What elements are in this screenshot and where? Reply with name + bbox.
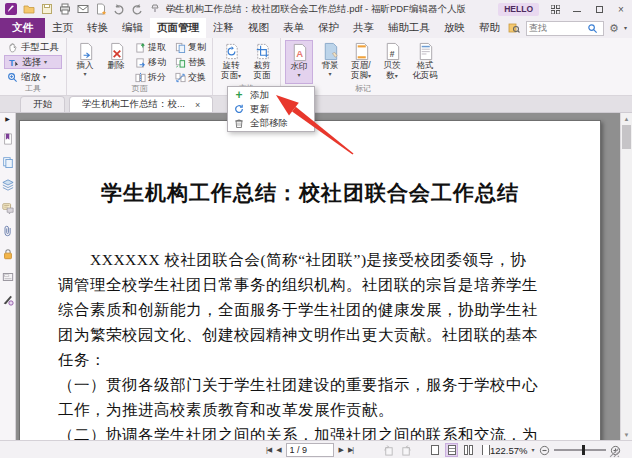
app-logo-icon[interactable]: [4, 2, 18, 16]
navigation-panel-bar: ▶: [0, 113, 16, 440]
header-footer-button[interactable]: 页眉/ 页脚▾: [347, 40, 375, 84]
undo-button[interactable]: [112, 2, 126, 16]
save-button[interactable]: [40, 2, 54, 16]
background-button[interactable]: 背景 ▾: [316, 40, 344, 84]
swap-button[interactable]: 交换: [173, 70, 208, 84]
tab-help[interactable]: 帮助: [472, 18, 507, 38]
rotate-left-button[interactable]: [383, 445, 394, 456]
watermark-button[interactable]: A 水印 ▾: [285, 40, 313, 84]
scroll-down-icon[interactable]: ▼: [621, 429, 632, 440]
user-account-badge[interactable]: HELLO: [498, 3, 539, 16]
doc-tab-document[interactable]: 学生机构工作总结：校... ×: [69, 96, 213, 112]
resize-grip-icon[interactable]: [609, 447, 620, 458]
header-footer-label-2: 页脚▾: [351, 71, 371, 81]
rotate-view-buttons: [383, 441, 412, 458]
ink-sign-button[interactable]: [148, 2, 162, 16]
bookmarks-icon[interactable]: [2, 133, 14, 145]
delete-page-button[interactable]: 删除: [102, 40, 130, 84]
format-page-number-button[interactable]: 格式 化页码: [409, 40, 441, 84]
email-button[interactable]: [76, 2, 90, 16]
document-body: XXXXXX 校社团联合会(简称“社团联”)是接受校团委领导，协 调管理全校学生…: [58, 247, 562, 440]
replace-button[interactable]: 替换: [173, 55, 208, 69]
extract-label: 提取: [148, 41, 166, 54]
move-button[interactable]: 移动: [133, 55, 168, 69]
dropdown-caret: ▾: [328, 71, 331, 77]
layers-icon[interactable]: [2, 179, 14, 191]
close-icon[interactable]: ×: [195, 100, 200, 110]
minimize-button[interactable]: [571, 3, 583, 15]
comments-icon[interactable]: [2, 202, 14, 214]
hand-tool-button[interactable]: 手型工具: [4, 40, 62, 54]
redo-button[interactable]: [130, 2, 144, 16]
select-button[interactable]: T 选择 ▾: [4, 55, 62, 69]
scroll-up-icon[interactable]: ▲: [621, 113, 632, 124]
scrollbar-thumb[interactable]: [622, 125, 631, 149]
close-button[interactable]: ×: [615, 3, 627, 15]
vertical-scrollbar[interactable]: ▲ ▼: [620, 113, 632, 440]
copy-button[interactable]: 复制: [173, 40, 208, 54]
crop-page-icon: [253, 42, 272, 61]
page-thumbnails-icon[interactable]: [2, 156, 14, 168]
tab-file[interactable]: 文件: [0, 18, 45, 38]
menu-item-add[interactable]: + 添加: [228, 88, 314, 102]
bates-numbering-icon: #: [383, 42, 402, 61]
tab-convert[interactable]: 转换: [80, 18, 115, 38]
tab-comment[interactable]: 注释: [206, 18, 241, 38]
security-lock-icon[interactable]: [2, 248, 14, 260]
layout-grid-icon[interactable]: [549, 3, 561, 15]
page-navigation: |◀ ◀ ▶ ▶|: [266, 441, 353, 458]
bates-numbering-button[interactable]: # 贝茨 数▾: [378, 40, 406, 84]
panel-collapse-icon[interactable]: ▶: [5, 116, 10, 122]
tab-home[interactable]: 主页: [45, 18, 80, 38]
tab-accessibility[interactable]: 辅助工具: [381, 18, 437, 38]
crop-page-button[interactable]: 裁剪 页面: [248, 40, 276, 84]
zoom-out-button[interactable]: [539, 445, 550, 456]
tab-view[interactable]: 视图: [241, 18, 276, 38]
tab-slideshow[interactable]: 放映: [437, 18, 472, 38]
dropdown-caret: ▾: [83, 71, 86, 77]
print-button[interactable]: [58, 2, 72, 16]
tab-page-management[interactable]: 页面管理: [150, 18, 206, 38]
search-icon[interactable]: [587, 23, 598, 34]
rotate-page-button[interactable]: 旋转 页面▾: [217, 40, 245, 84]
single-page-view-button[interactable]: [428, 443, 441, 457]
find-input[interactable]: [529, 23, 587, 33]
menu-item-remove-all[interactable]: 全部移除: [228, 116, 314, 130]
gear-dropdown-caret[interactable]: ▾: [624, 25, 627, 31]
tab-protect[interactable]: 保护: [311, 18, 346, 38]
maximize-button[interactable]: [593, 3, 605, 15]
extract-icon: [135, 42, 146, 53]
split-button[interactable]: 拆分: [133, 70, 168, 84]
insert-page-button[interactable]: 插入 ▾: [71, 40, 99, 84]
gear-icon[interactable]: ⚙: [609, 22, 619, 35]
zoom-dropdown-caret[interactable]: ▾: [532, 447, 535, 453]
tab-share[interactable]: 共享: [346, 18, 381, 38]
doc-tab-start[interactable]: 开始: [20, 96, 65, 112]
extract-button[interactable]: 提取: [133, 40, 168, 54]
page-view-modes: [428, 441, 492, 458]
fit-width-view-button[interactable]: [445, 443, 458, 457]
menu-item-update[interactable]: 更新: [228, 102, 314, 116]
first-page-button[interactable]: |◀: [266, 446, 271, 454]
prev-page-button[interactable]: ◀: [276, 446, 280, 454]
next-page-button[interactable]: ▶: [339, 446, 343, 454]
pdf-page[interactable]: 学生机构工作总结：校社团联合会工作总结 XXXXXX 校社团联合会(简称“社团联…: [19, 120, 601, 440]
new-document-button[interactable]: [94, 2, 108, 16]
facing-view-button[interactable]: [462, 443, 475, 457]
search-doc-icon[interactable]: [507, 21, 521, 35]
page-number-input[interactable]: [286, 443, 334, 457]
zoom-tool-button[interactable]: 缩放 ▾: [4, 70, 62, 84]
tab-edit[interactable]: 编辑: [115, 18, 150, 38]
zoom-slider-knob[interactable]: [582, 445, 585, 455]
zoom-slider[interactable]: [554, 449, 606, 451]
open-file-button[interactable]: [22, 2, 36, 16]
field-list-icon[interactable]: [2, 271, 14, 283]
digital-signature-icon[interactable]: [2, 294, 14, 306]
foxit-pdf-editor-window: ▾ ≡ 学生机构工作总结：校社团联合会工作总结.pdf - 福昕PDF编辑器个人…: [0, 0, 632, 458]
attachments-icon[interactable]: [2, 225, 14, 237]
watermark-menu: + 添加 更新 全部移除: [227, 86, 315, 132]
rotate-right-button[interactable]: [401, 445, 412, 456]
last-page-button[interactable]: ▶|: [348, 446, 353, 454]
tab-form[interactable]: 表单: [276, 18, 311, 38]
document-tab-bar: 开始 学生机构工作总结：校... ×: [0, 96, 632, 113]
